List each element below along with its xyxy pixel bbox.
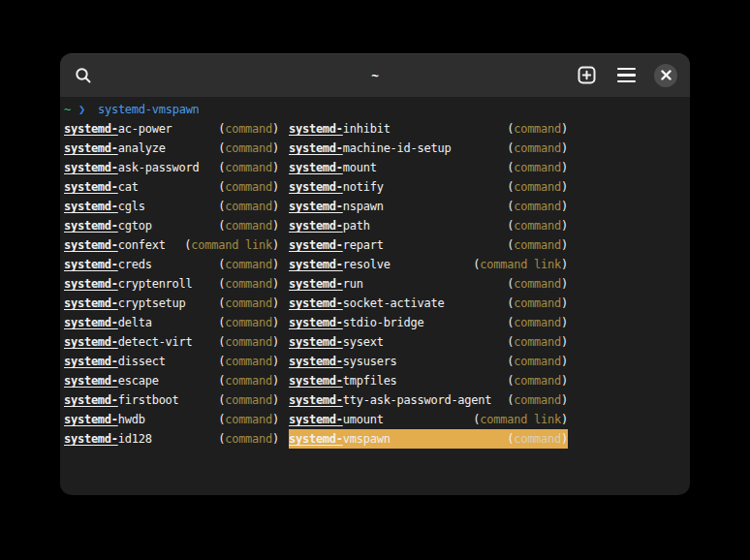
completion-name: systemd-nspawn <box>289 200 384 213</box>
completion-name: systemd-creds <box>64 258 152 271</box>
header-controls <box>574 63 678 88</box>
completion-name: systemd-inhibit <box>289 122 391 136</box>
prompt-arrow-icon: ❯ <box>78 103 85 116</box>
completion-name: systemd-ask-password <box>64 161 200 174</box>
completion-item: systemd-detect-virt(command) <box>64 332 279 352</box>
completion-description: (command) <box>218 432 279 446</box>
completion-description: (command) <box>218 374 279 388</box>
completion-name: systemd-machine-id-setup <box>289 141 451 155</box>
completion-name: systemd-sysusers <box>289 355 397 368</box>
completion-description: (command) <box>218 122 279 136</box>
completion-description: (command) <box>507 219 568 233</box>
completion-name: systemd-tmpfiles <box>289 374 397 388</box>
completion-description: (command) <box>507 374 568 388</box>
completion-item: systemd-nspawn(command) <box>289 197 568 216</box>
completion-description: (command) <box>507 296 568 310</box>
completion-description: (command) <box>218 393 279 407</box>
completion-name: systemd-cryptsetup <box>64 296 186 310</box>
completion-item: systemd-id128(command) <box>64 429 279 449</box>
completion-name: systemd-cgls <box>64 200 145 213</box>
completion-item: systemd-dissect(command) <box>64 352 279 371</box>
completion-name: systemd-stdio-bridge <box>289 316 424 329</box>
completion-description: (command) <box>507 432 568 446</box>
completion-item: systemd-mount(command) <box>289 158 568 177</box>
completion-description: (command) <box>218 219 279 233</box>
completion-description: (command) <box>507 393 568 407</box>
completion-description: (command) <box>218 413 279 426</box>
completion-description: (command) <box>507 277 568 291</box>
completion-item: systemd-tty-ask-password-agent(command) <box>289 390 568 410</box>
completion-name: systemd-ac-power <box>64 122 172 136</box>
new-tab-icon <box>578 66 596 84</box>
completion-name: systemd-notify <box>289 180 384 194</box>
completion-name: systemd-escape <box>64 374 159 388</box>
completion-description: (command) <box>507 238 568 252</box>
menu-button[interactable] <box>613 63 639 88</box>
completion-description: (command) <box>507 355 568 368</box>
completion-item: systemd-cryptsetup(command) <box>64 294 279 313</box>
completion-item: systemd-run(command) <box>289 274 568 294</box>
menu-icon <box>617 68 636 83</box>
typed-command: systemd-vmspawn <box>98 103 200 116</box>
completion-name: systemd-confext <box>64 238 166 252</box>
completion-description: (command) <box>507 200 568 213</box>
completion-description: (command) <box>218 258 279 271</box>
completion-description: (command) <box>218 180 279 194</box>
completion-name: systemd-mount <box>289 161 377 174</box>
completion-name: systemd-hwdb <box>64 413 145 426</box>
completion-column-left: systemd-ac-power(command)systemd-analyze… <box>64 119 279 449</box>
completion-pager: systemd-ac-power(command)systemd-analyze… <box>64 119 686 449</box>
terminal-window: ~ <box>60 53 690 495</box>
completion-description: (command) <box>218 316 279 329</box>
search-button[interactable] <box>71 63 96 88</box>
completion-name: systemd-resolve <box>289 258 391 271</box>
completion-item: systemd-confext(command link) <box>64 235 279 255</box>
completion-item: systemd-delta(command) <box>64 313 279 332</box>
completion-item: systemd-inhibit(command) <box>289 119 568 139</box>
completion-description: (command link) <box>473 258 568 271</box>
completion-item: systemd-tmpfiles(command) <box>289 371 568 390</box>
completion-name: systemd-sysext <box>289 335 384 349</box>
close-button[interactable] <box>653 63 678 88</box>
terminal-viewport[interactable]: ~ ❯ systemd-vmspawn systemd-ac-power(com… <box>60 97 690 449</box>
completion-description: (command) <box>507 122 568 136</box>
completion-item: systemd-cgls(command) <box>64 197 279 216</box>
completion-name: systemd-tty-ask-password-agent <box>289 393 491 407</box>
completion-item: systemd-resolve(command link) <box>289 255 568 274</box>
prompt-cwd: ~ <box>64 103 71 116</box>
completion-name: systemd-dissect <box>64 355 166 368</box>
completion-item: systemd-sysext(command) <box>289 332 568 352</box>
completion-description: (command link) <box>184 238 279 252</box>
completion-name: systemd-path <box>289 219 370 233</box>
new-tab-button[interactable] <box>574 63 599 88</box>
header-bar: ~ <box>60 53 690 97</box>
completion-name: systemd-id128 <box>64 432 152 446</box>
completion-name: systemd-vmspawn <box>289 432 391 446</box>
completion-description: (command) <box>218 141 279 155</box>
completion-name: systemd-firstboot <box>64 393 179 407</box>
completion-item: systemd-notify(command) <box>289 177 568 197</box>
completion-name: systemd-cat <box>64 180 139 194</box>
search-icon <box>75 67 92 84</box>
completion-description: (command) <box>507 335 568 349</box>
completion-description: (command) <box>218 296 279 310</box>
completion-description: (command) <box>507 141 568 155</box>
completion-item-selected: systemd-vmspawn(command) <box>289 429 568 449</box>
close-icon <box>654 64 677 87</box>
completion-name: systemd-cryptenroll <box>64 277 193 291</box>
completion-name: systemd-cgtop <box>64 219 152 233</box>
completion-name: systemd-detect-virt <box>64 335 193 349</box>
completion-item: systemd-machine-id-setup(command) <box>289 139 568 158</box>
completion-name: systemd-repart <box>289 238 384 252</box>
completion-name: systemd-run <box>289 277 363 291</box>
completion-item: systemd-ask-password(command) <box>64 158 279 177</box>
completion-description: (command link) <box>473 413 568 426</box>
completion-description: (command) <box>218 161 279 174</box>
completion-item: systemd-sysusers(command) <box>289 352 568 371</box>
completion-description: (command) <box>218 335 279 349</box>
completion-description: (command) <box>507 180 568 194</box>
completion-description: (command) <box>218 355 279 368</box>
completion-item: systemd-creds(command) <box>64 255 279 274</box>
completion-column-right: systemd-inhibit(command)systemd-machine-… <box>289 119 568 449</box>
completion-item: systemd-cryptenroll(command) <box>64 274 279 294</box>
